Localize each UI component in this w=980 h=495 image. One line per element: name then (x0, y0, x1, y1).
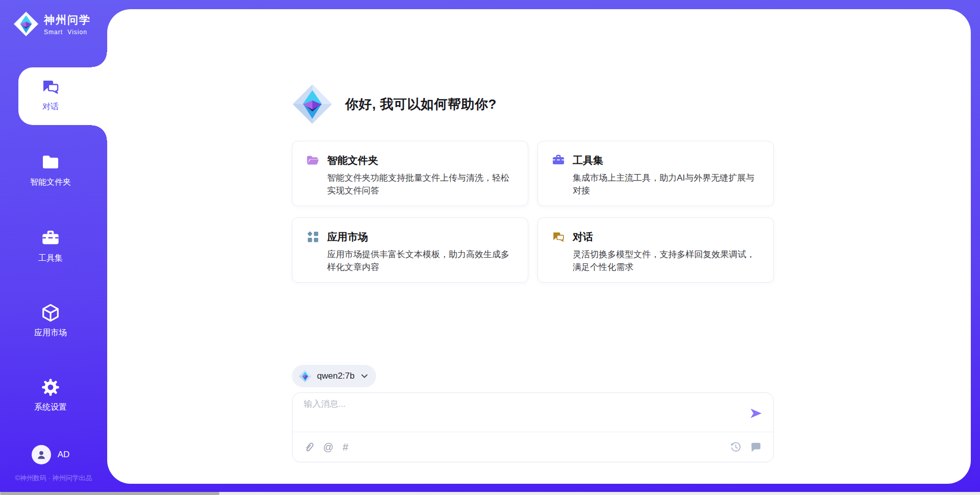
paperclip-icon (304, 441, 314, 453)
card-description: 智能文件夹功能支持批量文件上传与清洗，轻松实现文件问答 (306, 172, 514, 197)
chat-bubbles-icon (40, 77, 61, 97)
send-icon (749, 406, 763, 420)
app-window: 神州问学 Smart Vision 对话 智能文件夹 (0, 0, 980, 495)
topic-button[interactable]: # (342, 442, 348, 452)
sidebar-item-label: 应用市场 (34, 328, 67, 338)
sidebar-item-settings[interactable]: 系统设置 (0, 377, 101, 413)
gear-icon (40, 377, 61, 398)
app-subtitle: Smart Vision (44, 29, 91, 36)
card-title: 工具集 (573, 154, 603, 167)
message-input[interactable] (304, 398, 743, 428)
logo-gem-icon (13, 11, 39, 37)
sidebar-item-chat[interactable]: 对话 (0, 77, 101, 112)
composer-toolbar: @ # (304, 432, 762, 462)
mention-button[interactable]: @ (323, 442, 333, 452)
avatar (32, 445, 51, 464)
person-icon (36, 449, 47, 460)
toolbox-icon (551, 153, 566, 167)
sidebar-item-toolset[interactable]: 工具集 (0, 228, 101, 264)
attach-button[interactable] (304, 441, 314, 453)
folder-open-icon (306, 153, 320, 167)
sidebar-item-label: 对话 (42, 102, 59, 112)
card-toolset[interactable]: 工具集 集成市场上主流工具，助力AI与外界无缝扩展与对接 (537, 141, 774, 206)
copyright-text: ©神州数码 · 神州问学出品 (0, 474, 107, 483)
card-description: 集成市场上主流工具，助力AI与外界无缝扩展与对接 (551, 172, 760, 197)
card-app-market[interactable]: 应用市场 应用市场提供丰富长文本模板，助力高效生成多样化文章内容 (292, 217, 528, 283)
feature-cards: 智能文件夹 智能文件夹功能支持批量文件上传与清洗，轻松实现文件问答 (292, 141, 774, 283)
model-gem-icon (299, 369, 312, 383)
history-clock-icon (729, 441, 742, 453)
app-logo: 神州问学 Smart Vision (13, 11, 91, 37)
assistant-gem-icon (292, 84, 333, 125)
folder-icon (40, 152, 61, 172)
chevron-down-icon (361, 373, 368, 379)
active-tab-fillet-top (92, 52, 107, 67)
user-name: AD (58, 450, 70, 460)
hash-icon: # (342, 442, 348, 452)
card-title: 智能文件夹 (327, 154, 378, 167)
active-tab-fillet-bottom (92, 125, 107, 140)
card-description: 应用市场提供丰富长文本模板，助力高效生成多样化文章内容 (306, 249, 514, 274)
horizontal-scrollbar-track (0, 492, 980, 495)
sidebar-item-app-market[interactable]: 应用市场 (0, 303, 101, 338)
sidebar-item-label: 系统设置 (34, 402, 67, 413)
greeting-text: 你好, 我可以如何帮助你? (345, 95, 497, 113)
app-title: 神州问学 (44, 13, 91, 27)
main-content: 你好, 我可以如何帮助你? 智能文件夹 智能文件夹功能支持批量文件上传与清洗，轻… (107, 9, 971, 484)
app-grid-icon (306, 230, 320, 244)
send-button[interactable] (749, 406, 763, 420)
card-smart-folder[interactable]: 智能文件夹 智能文件夹功能支持批量文件上传与清洗，轻松实现文件问答 (292, 141, 528, 206)
message-composer: @ # (292, 392, 774, 462)
toolbox-icon (40, 228, 61, 249)
card-chat[interactable]: 对话 灵活切换多模型文件，支持多样回复效果调试，满足个性化需求 (537, 217, 774, 283)
greeting-header: 你好, 我可以如何帮助你? (292, 84, 497, 125)
card-title: 应用市场 (327, 230, 368, 244)
sidebar-item-label: 工具集 (38, 253, 63, 264)
model-name: qwen2:7b (317, 371, 355, 381)
user-menu[interactable]: AD (0, 445, 101, 464)
history-button[interactable] (729, 441, 742, 453)
new-chat-button[interactable] (750, 441, 762, 453)
sidebar: 神州问学 Smart Vision 对话 智能文件夹 (0, 0, 107, 495)
cube-icon (40, 303, 61, 323)
card-title: 对话 (573, 230, 593, 244)
chat-bubbles-icon (551, 230, 566, 244)
sidebar-item-smart-folder[interactable]: 智能文件夹 (0, 152, 101, 188)
model-selector[interactable]: qwen2:7b (292, 365, 376, 387)
sidebar-item-label: 智能文件夹 (30, 177, 71, 188)
at-icon: @ (323, 442, 333, 452)
chat-bubble-icon (750, 441, 762, 453)
card-description: 灵活切换多模型文件，支持多样回复效果调试，满足个性化需求 (551, 249, 760, 274)
